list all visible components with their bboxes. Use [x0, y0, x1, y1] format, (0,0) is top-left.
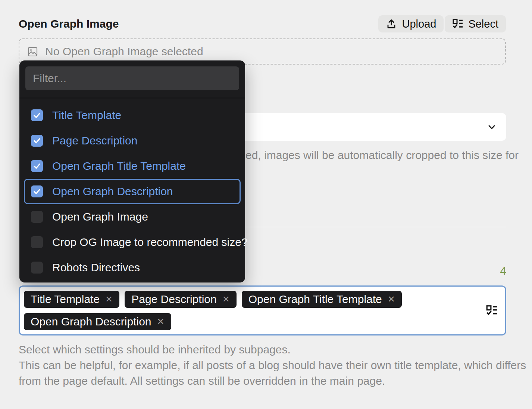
image-icon: [28, 47, 38, 57]
select-button[interactable]: Select: [445, 15, 506, 32]
upload-icon: [386, 18, 397, 29]
checkbox-unchecked-icon[interactable]: [31, 236, 43, 248]
option-og-description[interactable]: Open Graph Description: [24, 179, 241, 204]
tag-list: Title Template ✕ Page Description ✕ Open…: [24, 291, 479, 330]
select-button-label: Select: [468, 18, 498, 30]
inherit-help-text: Select which settings should be inherite…: [19, 342, 526, 389]
selected-count: 4: [500, 265, 506, 277]
settings-dropdown: Title Template Page Description Open Gra…: [19, 60, 245, 282]
option-label: Page Description: [52, 134, 137, 147]
checklist-icon: [452, 18, 463, 29]
filter-input[interactable]: [25, 66, 239, 90]
checkbox-unchecked-icon[interactable]: [31, 262, 43, 274]
option-page-description[interactable]: Page Description: [19, 128, 245, 153]
option-og-title-template[interactable]: Open Graph Title Template: [19, 153, 245, 179]
tag-og-description[interactable]: Open Graph Description ✕: [24, 313, 171, 330]
remove-tag-icon[interactable]: ✕: [388, 295, 395, 304]
option-label: Open Graph Image: [52, 210, 148, 223]
inherit-settings-input[interactable]: Title Template ✕ Page Description ✕ Open…: [19, 285, 506, 335]
checkbox-checked-icon[interactable]: [31, 185, 43, 197]
tag-label: Open Graph Title Template: [248, 293, 382, 306]
upload-button-label: Upload: [402, 18, 436, 30]
remove-tag-icon[interactable]: ✕: [222, 295, 230, 304]
checkbox-checked-icon[interactable]: [31, 135, 43, 147]
tag-label: Title Template: [31, 293, 100, 306]
option-robots-directives[interactable]: Robots Directives: [19, 255, 245, 280]
option-label: Robots Directives: [52, 261, 140, 274]
upload-button[interactable]: Upload: [378, 15, 444, 32]
option-label: Crop OG Image to recommended size?: [52, 236, 248, 249]
og-image-field-label: Open Graph Image: [19, 18, 119, 30]
option-og-image[interactable]: Open Graph Image: [19, 204, 245, 230]
seo-settings-page: Open Graph Image Upload Select: [0, 0, 532, 409]
og-image-empty-text: No Open Graph Image selected: [45, 45, 203, 58]
tag-label: Open Graph Description: [31, 315, 151, 328]
checkbox-checked-icon[interactable]: [31, 160, 43, 172]
help-line: This can be helpful, for example, if all…: [19, 358, 526, 373]
remove-tag-icon[interactable]: ✕: [105, 295, 113, 304]
option-label: Title Template: [52, 109, 121, 122]
option-label: Open Graph Title Template: [52, 160, 186, 172]
og-image-actions: Upload Select: [378, 15, 506, 32]
option-label: Open Graph Description: [52, 185, 173, 198]
help-line: Select which settings should be inherite…: [19, 342, 526, 358]
help-line: from the page default. All settings can …: [19, 373, 526, 389]
chevron-down-icon: [486, 121, 497, 132]
remove-tag-icon[interactable]: ✕: [157, 317, 165, 326]
dropdown-options: Title Template Page Description Open Gra…: [19, 98, 245, 280]
tag-title-template[interactable]: Title Template ✕: [24, 291, 119, 308]
checklist-icon[interactable]: [486, 305, 498, 316]
tag-label: Page Description: [131, 293, 216, 306]
option-crop-og-image[interactable]: Crop OG Image to recommended size?: [19, 230, 245, 255]
tag-page-description[interactable]: Page Description ✕: [125, 291, 237, 308]
checkbox-checked-icon[interactable]: [31, 109, 43, 121]
option-title-template[interactable]: Title Template: [19, 103, 245, 128]
tag-og-title-template[interactable]: Open Graph Title Template ✕: [242, 291, 402, 308]
crop-helper-text: ed, images will be automatically cropped…: [245, 149, 519, 162]
checkbox-unchecked-icon[interactable]: [31, 211, 43, 223]
